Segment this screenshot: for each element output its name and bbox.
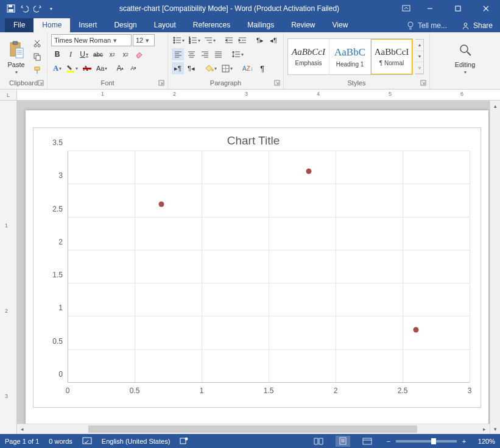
ruler-vertical[interactable]: 123 — [0, 101, 17, 434]
rtl-direction-button[interactable]: ◂¶ — [267, 34, 280, 46]
scrollbar-horizontal[interactable]: ◂ ▸ — [17, 424, 490, 434]
document-scroll[interactable]: Chart Title 00.511.522.5300.511.522.533.… — [17, 101, 490, 434]
status-language[interactable]: English (United States) — [102, 438, 171, 445]
share-button[interactable]: Share — [454, 19, 500, 32]
ltr-paragraph-button[interactable]: ▸¶ — [172, 62, 184, 74]
zoom-thumb[interactable] — [431, 438, 436, 444]
spellcheck-icon — [82, 437, 92, 445]
print-layout-button[interactable] — [336, 436, 350, 447]
x-tick-label: 1.5 — [264, 383, 274, 395]
redo-icon[interactable] — [33, 4, 43, 13]
svg-text:3: 3 — [189, 41, 191, 44]
styles-scroll[interactable]: ▴▾▿ — [415, 39, 424, 74]
clipboard-dialog-launcher-icon[interactable] — [38, 80, 45, 87]
show-hide-button[interactable]: ¶ — [256, 62, 269, 74]
minimize-button[interactable] — [416, 0, 444, 17]
macro-record-button[interactable] — [180, 437, 188, 445]
underline-button[interactable]: U▾ — [78, 48, 90, 60]
font-name-combo[interactable]: Times New Roman▾ — [51, 34, 132, 46]
styles-dialog-launcher-icon[interactable] — [420, 80, 428, 87]
style-normal[interactable]: AaBbCcI ¶ Normal — [371, 39, 412, 74]
bullets-button[interactable]: ▾ — [172, 34, 186, 46]
status-page[interactable]: Page 1 of 1 — [5, 438, 39, 445]
italic-button[interactable]: I — [65, 48, 77, 60]
numbering-button[interactable]: 123▾ — [187, 34, 201, 46]
scroll-left-icon[interactable]: ◂ — [17, 424, 27, 434]
web-layout-button[interactable] — [360, 436, 375, 447]
zoom-slider[interactable] — [396, 440, 457, 443]
tab-design[interactable]: Design — [105, 18, 145, 32]
shrink-font-button[interactable]: A▾ — [127, 62, 139, 74]
tab-mailings[interactable]: Mailings — [239, 18, 283, 32]
shading-button[interactable]: ▾ — [203, 62, 219, 74]
zoom-level[interactable]: 120% — [478, 438, 495, 445]
increase-indent-button[interactable] — [236, 34, 248, 46]
paragraph-dialog-launcher-icon[interactable] — [274, 80, 281, 87]
decrease-indent-button[interactable] — [223, 34, 235, 46]
change-case-button[interactable]: Aa▾ — [94, 62, 109, 74]
line-spacing-button[interactable]: ▾ — [230, 48, 245, 60]
chart-object[interactable]: Chart Title 00.511.522.5300.511.522.533.… — [33, 127, 481, 408]
text-effects-button[interactable]: A▾ — [51, 62, 63, 74]
clear-formatting-button[interactable] — [133, 48, 146, 60]
read-mode-button[interactable] — [311, 436, 326, 447]
align-center-button[interactable] — [185, 48, 197, 60]
maximize-button[interactable] — [444, 0, 472, 17]
scroll-up-icon[interactable]: ▴ — [490, 101, 500, 111]
scroll-thumb-h[interactable] — [88, 425, 417, 433]
tell-me-search[interactable]: Tell me... — [400, 19, 454, 32]
font-color-button[interactable]: A▾ — [81, 62, 93, 74]
tab-home[interactable]: Home — [33, 18, 70, 32]
subscript-button[interactable]: x2 — [106, 48, 118, 60]
cut-button[interactable] — [31, 37, 43, 49]
paste-button[interactable]: Paste ▾ — [4, 39, 29, 75]
styles-gallery[interactable]: AaBbCcI Emphasis AaBbC Heading 1 AaBbCcI… — [287, 38, 413, 75]
grow-font-button[interactable]: A▴ — [114, 62, 126, 74]
multilevel-list-button[interactable]: ▾ — [203, 34, 217, 46]
scroll-down-icon[interactable]: ▾ — [490, 424, 500, 434]
editing-button[interactable]: Editing ▾ — [452, 39, 478, 75]
scrollbar-vertical[interactable]: ▴ ▾ — [490, 101, 500, 434]
align-left-button[interactable] — [172, 48, 184, 60]
font-size-combo[interactable]: 12▾ — [133, 34, 155, 46]
tab-file[interactable]: File — [5, 18, 33, 32]
justify-button[interactable] — [212, 48, 224, 60]
highlight-button[interactable]: ▾ — [65, 62, 80, 74]
y-tick-label: 3 — [58, 171, 68, 180]
undo-icon[interactable] — [19, 4, 29, 13]
tab-references[interactable]: References — [185, 18, 239, 32]
zoom-in-button[interactable]: + — [460, 438, 468, 445]
save-icon[interactable] — [6, 4, 16, 13]
style-name: Emphasis — [295, 60, 322, 66]
superscript-button[interactable]: x2 — [119, 48, 132, 60]
style-emphasis[interactable]: AaBbCcI Emphasis — [288, 39, 329, 74]
highlight-icon — [66, 64, 75, 73]
tab-view[interactable]: View — [324, 18, 357, 32]
status-words[interactable]: 0 words — [49, 438, 72, 445]
font-dialog-launcher-icon[interactable] — [158, 80, 166, 87]
style-heading1[interactable]: AaBbC Heading 1 — [329, 39, 371, 74]
spellcheck-button[interactable] — [82, 437, 92, 445]
format-painter-button[interactable] — [31, 64, 43, 76]
rtl-paragraph-button[interactable]: ¶◂ — [185, 62, 197, 74]
close-button[interactable] — [472, 0, 500, 17]
borders-button[interactable]: ▾ — [220, 62, 234, 74]
page[interactable]: Chart Title 00.511.522.5300.511.522.533.… — [26, 110, 488, 426]
svg-line-77 — [467, 52, 471, 55]
bold-button[interactable]: B — [51, 48, 63, 60]
x-tick-label: 3 — [468, 383, 472, 395]
copy-button[interactable] — [31, 51, 43, 63]
tab-review[interactable]: Review — [283, 18, 323, 32]
ribbon-display-options-icon[interactable] — [396, 0, 416, 17]
tab-layout[interactable]: Layout — [146, 18, 185, 32]
qat-customize-icon[interactable]: ▾ — [46, 4, 56, 13]
tab-insert[interactable]: Insert — [70, 18, 105, 32]
zoom-out-button[interactable]: − — [384, 438, 393, 445]
ltr-direction-button[interactable]: ¶▸ — [254, 34, 266, 46]
strikethrough-button[interactable]: abc — [91, 48, 105, 60]
align-right-button[interactable] — [199, 48, 211, 60]
ruler-horizontal[interactable]: L 123456 — [0, 90, 500, 101]
sort-button[interactable]: AZ↓ — [241, 62, 255, 74]
svg-rect-13 — [13, 41, 18, 44]
scroll-right-icon[interactable]: ▸ — [479, 424, 490, 434]
